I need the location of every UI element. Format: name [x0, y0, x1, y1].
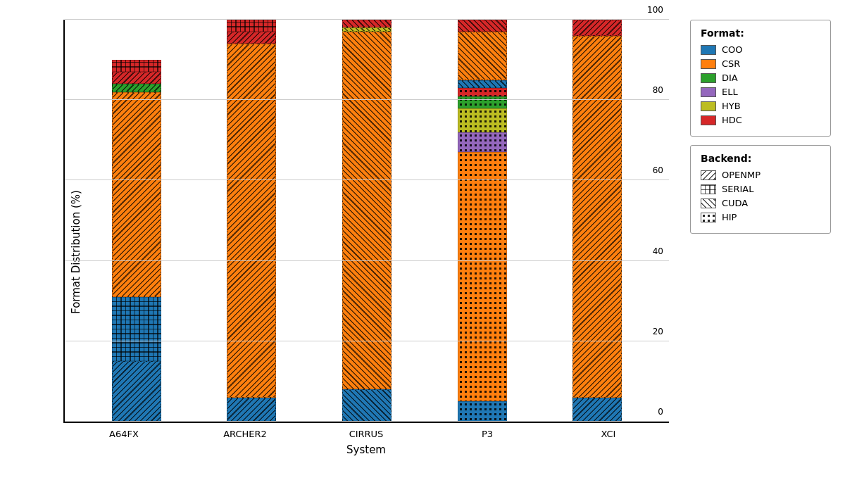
- y-tick-label: 100: [647, 5, 663, 15]
- x-label-cirrus: CIRRUS: [342, 429, 391, 439]
- bar-segment-hdc-openmp: [227, 32, 276, 44]
- backend-swatch-hip: [701, 213, 716, 222]
- format-swatch-hdc: [701, 115, 716, 125]
- y-tick-label: 0: [658, 407, 663, 417]
- format-legend-item-csr: CSR: [701, 58, 820, 69]
- backend-swatch-openmp: [701, 170, 716, 180]
- bars-container: [65, 20, 669, 422]
- bar-segment-dia-hip: [458, 96, 507, 108]
- bar-segment-csr-cuda: [342, 32, 392, 389]
- format-legend: Format: COOCSRDIAELLHYBHDC: [690, 20, 831, 137]
- bar-segment-coo-hip: [458, 401, 507, 422]
- plot-area: 020406080100: [63, 20, 669, 423]
- bar-segment-hdc-openmp: [112, 72, 161, 84]
- y-tick-label: 80: [653, 85, 663, 95]
- bar-group-p3: [458, 20, 507, 422]
- legends-container: Format: COOCSRDIAELLHYBHDC Backend: OPEN…: [683, 6, 838, 498]
- y-tick-label: 40: [653, 246, 663, 256]
- bar-group-cirrus: [342, 20, 392, 422]
- bar-segment-hyb-cuda: [342, 27, 392, 32]
- x-axis-title: System: [63, 443, 669, 456]
- backend-label-cuda: CUDA: [722, 198, 748, 208]
- bar-segment-hdc-openmp: [572, 20, 622, 36]
- bar-segment-hdc-hip: [458, 88, 507, 96]
- bar-segment-csr-hip: [458, 152, 507, 401]
- bar-segment-csr-cuda: [458, 32, 507, 80]
- bar-segment-csr-openmp: [572, 36, 622, 398]
- bar-group-a64fx: [112, 20, 161, 422]
- format-legend-item-ell: ELL: [701, 87, 820, 97]
- chart-area: Format Distribution (%) 020406080100 A64…: [7, 6, 683, 498]
- format-legend-item-dia: DIA: [701, 73, 820, 83]
- format-swatch-coo: [701, 45, 716, 55]
- x-label-p3: P3: [463, 429, 512, 439]
- x-label-xci: XCI: [584, 429, 633, 439]
- bar-segment-hyb-hip: [458, 108, 507, 132]
- bar-segment-csr-openmp: [227, 44, 276, 397]
- format-label-coo: COO: [722, 44, 743, 55]
- backend-label-serial: SERIAL: [722, 184, 753, 194]
- backend-legend: Backend: OPENMPSERIALCUDAHIP: [690, 145, 831, 234]
- x-axis-labels: A64FXARCHER2CIRRUSP3XCI: [63, 423, 669, 439]
- bar-segment-hdc-cuda: [458, 20, 507, 32]
- bar-segment-coo-openmp: [112, 361, 161, 422]
- format-legend-item-hdc: HDC: [701, 115, 820, 125]
- y-tick-label: 20: [653, 327, 663, 336]
- bar-group-archer2: [227, 20, 276, 422]
- backend-swatch-cuda: [701, 199, 716, 208]
- format-label-dia: DIA: [722, 73, 738, 83]
- bar-segment-csr-openmp: [112, 92, 161, 297]
- bar-segment-coo-openmp: [572, 398, 622, 422]
- format-swatch-ell: [701, 87, 716, 97]
- bar-segment-ell-hip: [458, 132, 507, 153]
- backend-legend-item-hip: HIP: [701, 212, 820, 222]
- bar-group-xci: [572, 20, 622, 422]
- format-label-csr: CSR: [722, 58, 740, 69]
- backend-label-hip: HIP: [722, 212, 737, 222]
- bar-segment-coo-openmp: [227, 398, 276, 422]
- backend-legend-item-serial: SERIAL: [701, 184, 820, 194]
- format-legend-item-hyb: HYB: [701, 101, 820, 111]
- x-label-archer2: ARCHER2: [220, 429, 270, 439]
- format-label-ell: ELL: [722, 87, 738, 97]
- backend-legend-item-openmp: OPENMP: [701, 170, 820, 180]
- chart-container: Format Distribution (%) 020406080100 A64…: [7, 6, 838, 498]
- bar-segment-coo-cuda: [458, 80, 507, 88]
- format-swatch-csr: [701, 59, 716, 69]
- bar-segment-coo-cuda: [342, 389, 392, 422]
- format-legend-item-coo: COO: [701, 44, 820, 55]
- format-label-hdc: HDC: [722, 115, 742, 125]
- format-legend-title: Format:: [701, 27, 820, 39]
- bar-segment-hdc-serial: [227, 20, 276, 32]
- format-swatch-dia: [701, 73, 716, 83]
- format-label-hyb: HYB: [722, 101, 741, 111]
- bar-segment-dia-openmp: [112, 84, 161, 92]
- bar-segment-hdc-serial: [112, 60, 161, 72]
- format-swatch-hyb: [701, 101, 716, 111]
- y-tick-label: 60: [653, 165, 663, 175]
- x-label-a64fx: A64FX: [99, 429, 149, 439]
- backend-swatch-serial: [701, 184, 716, 194]
- backend-legend-item-cuda: CUDA: [701, 198, 820, 208]
- backend-legend-title: Backend:: [701, 153, 820, 164]
- bar-segment-hdc-cuda: [342, 20, 392, 27]
- backend-label-openmp: OPENMP: [722, 170, 760, 180]
- bar-segment-coo-serial: [112, 297, 161, 361]
